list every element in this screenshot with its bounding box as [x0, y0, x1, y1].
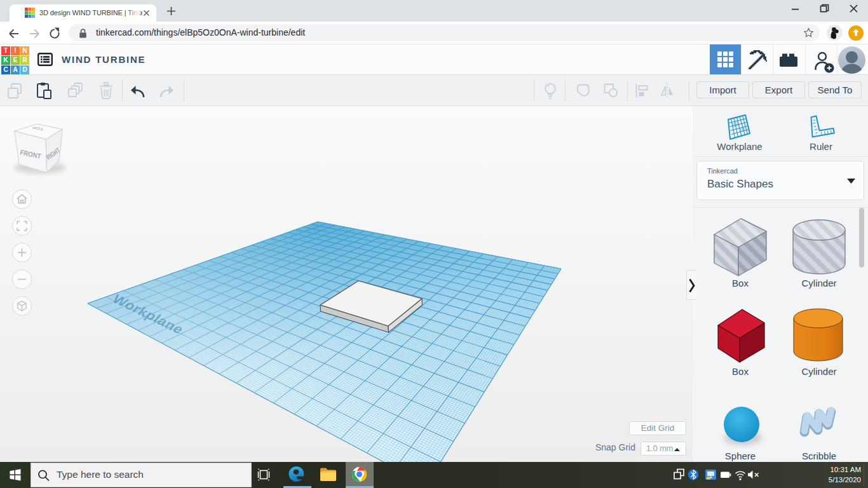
svg-text:Cylinder: Cylinder: [801, 366, 836, 377]
svg-text:Sphere: Sphere: [725, 451, 756, 461]
svg-text:Box: Box: [732, 278, 749, 288]
svg-text:Cylinder: Cylinder: [801, 278, 836, 288]
svg-text:Scribble: Scribble: [802, 451, 836, 461]
svg-text:Box: Box: [732, 366, 749, 377]
